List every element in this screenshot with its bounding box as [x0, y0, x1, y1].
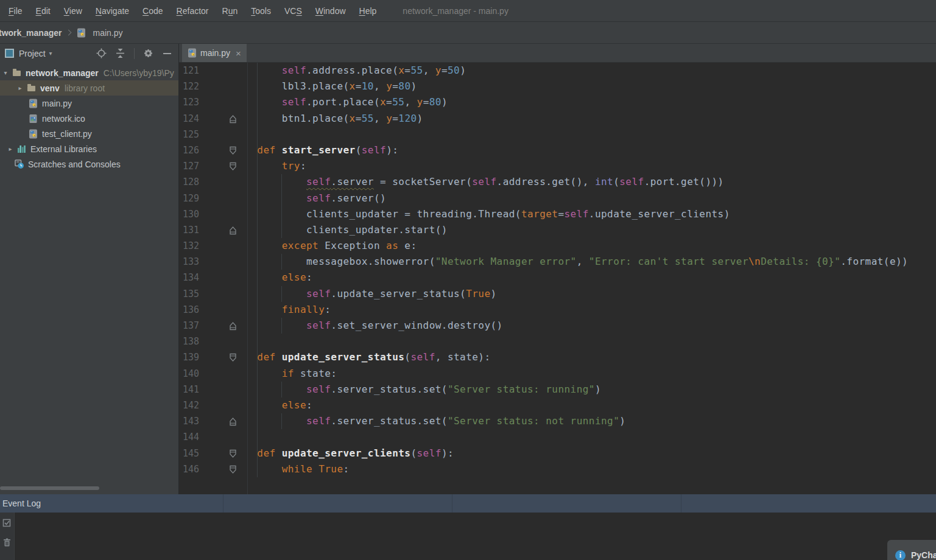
horizontal-scrollbar[interactable]: [0, 486, 99, 490]
code-line-124[interactable]: 124 btn1.place(x=55, y=120): [179, 111, 936, 127]
code-line-131[interactable]: 131 clients_updater.start(): [179, 222, 936, 238]
code-line-137[interactable]: 137 self.set_server_window.destroy(): [179, 318, 936, 334]
line-number[interactable]: 132: [179, 238, 199, 254]
menu-navigate[interactable]: Navigate: [89, 6, 136, 16]
code-line-125[interactable]: 125: [179, 127, 936, 142]
chevron-down-icon[interactable]: ▾: [49, 50, 52, 57]
code-text[interactable]: else:: [233, 270, 312, 285]
code-line-144[interactable]: 144: [179, 429, 936, 445]
line-number[interactable]: 144: [179, 429, 199, 445]
locate-file-icon[interactable]: [96, 48, 107, 58]
code-line-140[interactable]: 140 if state:: [179, 366, 936, 382]
code-line-127[interactable]: 127 try:: [179, 158, 936, 174]
close-tab-icon[interactable]: ×: [236, 49, 241, 58]
code-line-145[interactable]: 145 def update_server_clients(self):: [179, 446, 936, 461]
event-log-label[interactable]: Event Log: [2, 499, 41, 508]
tree-item-network-ico[interactable]: network.ico: [0, 111, 178, 126]
gear-icon[interactable]: [143, 48, 153, 58]
code-editor[interactable]: 121 self.address.place(x=55, y=50)122 lb…: [179, 63, 936, 494]
code-text[interactable]: finally:: [233, 302, 331, 318]
code-text[interactable]: self.address.place(x=55, y=50): [233, 63, 466, 79]
breadcrumb-file[interactable]: main.py: [93, 28, 122, 38]
tree-item-external-libraries[interactable]: ▸External Libraries: [0, 141, 178, 156]
line-number[interactable]: 136: [179, 302, 199, 318]
code-text[interactable]: clients_updater.start(): [233, 222, 448, 238]
tree-item-test-client-py[interactable]: test_client.py: [0, 126, 178, 141]
menu-code[interactable]: Code: [136, 6, 169, 16]
tree-item-main-py[interactable]: main.py: [0, 96, 178, 111]
code-text[interactable]: def update_server_status(self, state):: [233, 349, 491, 365]
code-text[interactable]: self.server = socketServer(self.address.…: [233, 174, 724, 190]
line-number[interactable]: 131: [179, 222, 199, 238]
code-text[interactable]: self.server_status.set("Server status: r…: [233, 382, 601, 397]
code-text[interactable]: self.server_status.set("Server status: n…: [233, 413, 625, 429]
tab-main-py[interactable]: main.py ×: [182, 44, 247, 62]
code-text[interactable]: self.server(): [233, 191, 386, 206]
code-text[interactable]: btn1.place(x=55, y=120): [233, 111, 423, 127]
code-line-135[interactable]: 135 self.update_server_status(True): [179, 286, 936, 302]
line-number[interactable]: 135: [179, 286, 199, 302]
chevron-right-icon[interactable]: ▸: [6, 145, 15, 152]
line-number[interactable]: 134: [179, 270, 199, 285]
code-text[interactable]: except Exception as e:: [233, 238, 417, 254]
menu-edit[interactable]: Edit: [29, 6, 57, 16]
code-line-136[interactable]: 136 finally:: [179, 302, 936, 318]
code-text[interactable]: self.update_server_status(True): [233, 286, 497, 302]
line-number[interactable]: 122: [179, 79, 199, 94]
breadcrumb-project[interactable]: twork_manager: [0, 28, 62, 38]
menu-vcs[interactable]: VCS: [278, 6, 309, 16]
line-number[interactable]: 125: [179, 127, 199, 142]
hide-panel-icon[interactable]: [162, 48, 172, 58]
code-text[interactable]: def update_server_clients(self):: [233, 446, 454, 461]
code-text[interactable]: self.port.place(x=55, y=80): [233, 94, 448, 110]
code-text[interactable]: lbl3.place(x=10, y=80): [233, 79, 417, 94]
menu-run[interactable]: Run: [216, 6, 245, 16]
code-line-132[interactable]: 132 except Exception as e:: [179, 238, 936, 254]
menu-window[interactable]: Window: [309, 6, 353, 16]
line-number[interactable]: 124: [179, 111, 199, 127]
menu-view[interactable]: View: [57, 6, 89, 16]
line-number[interactable]: 145: [179, 446, 199, 461]
code-line-123[interactable]: 123 self.port.place(x=55, y=80): [179, 94, 936, 110]
line-number[interactable]: 123: [179, 94, 199, 110]
line-number[interactable]: 128: [179, 174, 199, 190]
code-line-134[interactable]: 134 else:: [179, 270, 936, 285]
code-line-126[interactable]: 126 def start_server(self):: [179, 142, 936, 158]
code-line-143[interactable]: 143 self.server_status.set("Server statu…: [179, 413, 936, 429]
code-line-122[interactable]: 122 lbl3.place(x=10, y=80): [179, 79, 936, 94]
collapse-all-icon[interactable]: [115, 48, 125, 58]
line-number[interactable]: 121: [179, 63, 199, 79]
menu-tools[interactable]: Tools: [244, 6, 278, 16]
code-text[interactable]: else:: [233, 397, 312, 413]
code-line-138[interactable]: 138: [179, 334, 936, 349]
code-text[interactable]: self.set_server_window.destroy(): [233, 318, 503, 334]
code-line-129[interactable]: 129 self.server(): [179, 191, 936, 206]
code-text[interactable]: messagebox.showerror("Network Manager er…: [233, 254, 908, 270]
chevron-right-icon[interactable]: ▸: [16, 85, 24, 91]
line-number[interactable]: 141: [179, 382, 199, 397]
tree-item-network-manager[interactable]: ▾network_managerC:\Users\yby19\Py: [0, 65, 178, 80]
code-line-130[interactable]: 130 clients_updater = threading.Thread(t…: [179, 206, 936, 222]
line-number[interactable]: 126: [179, 142, 199, 158]
code-text[interactable]: clients_updater = threading.Thread(targe…: [233, 206, 730, 222]
line-number[interactable]: 146: [179, 461, 199, 477]
tree-item-scratches-and-consoles[interactable]: Scratches and Consoles: [0, 156, 178, 172]
code-line-121[interactable]: 121 self.address.place(x=55, y=50): [179, 63, 936, 79]
code-line-139[interactable]: 139 def update_server_status(self, state…: [179, 349, 936, 365]
code-line-142[interactable]: 142 else:: [179, 397, 936, 413]
tree-item-venv[interactable]: ▸venvlibrary root: [0, 80, 178, 96]
line-number[interactable]: 130: [179, 206, 199, 222]
code-line-133[interactable]: 133 messagebox.showerror("Network Manage…: [179, 254, 936, 270]
project-panel-title[interactable]: Project: [19, 49, 46, 58]
notification-balloon[interactable]: i PyCha: [887, 540, 936, 560]
menu-refactor[interactable]: Refactor: [170, 6, 216, 16]
line-number[interactable]: 142: [179, 397, 199, 413]
code-text[interactable]: while True:: [233, 461, 350, 477]
code-text[interactable]: try:: [233, 158, 306, 174]
trash-icon[interactable]: [2, 538, 12, 547]
line-number[interactable]: 140: [179, 366, 199, 382]
line-number[interactable]: 143: [179, 413, 199, 429]
line-number[interactable]: 127: [179, 158, 199, 174]
menu-file[interactable]: File: [2, 6, 29, 16]
line-number[interactable]: 137: [179, 318, 199, 334]
